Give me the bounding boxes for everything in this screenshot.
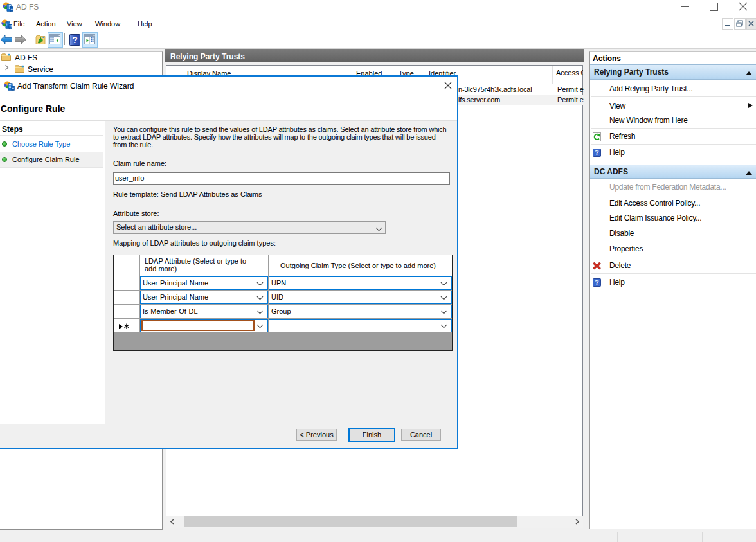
svg-text:?: ? [72, 35, 78, 45]
svg-text:?: ? [595, 149, 598, 156]
svg-text:?: ? [595, 279, 598, 286]
